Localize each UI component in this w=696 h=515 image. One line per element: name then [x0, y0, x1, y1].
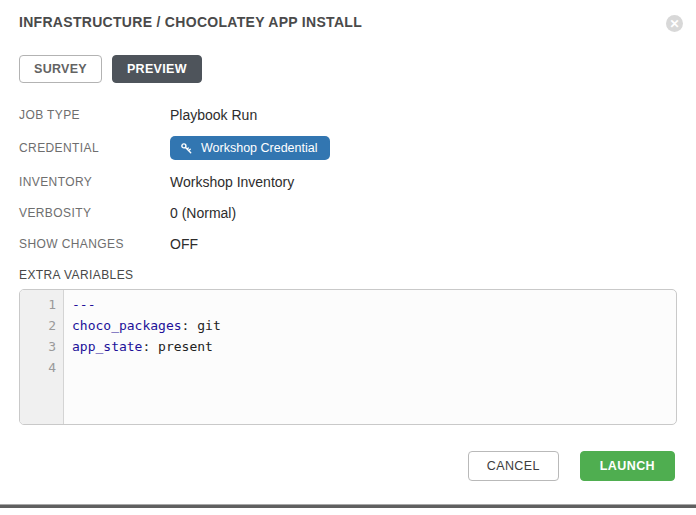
page-title: INFRASTRUCTURE / CHOCOLATEY APP INSTALL — [19, 14, 677, 31]
editor-line-number-gutter: 1 2 3 4 — [20, 290, 64, 424]
job-type-label: JOB TYPE — [19, 108, 170, 122]
detail-row-job-type: JOB TYPE Playbook Run — [19, 99, 677, 130]
show-changes-value: OFF — [170, 236, 198, 252]
tab-survey[interactable]: SURVEY — [19, 55, 102, 83]
code-line: choco_packages: git — [72, 315, 676, 336]
code-line: --- — [72, 294, 676, 315]
close-icon[interactable]: ✕ — [666, 15, 683, 32]
inventory-value: Workshop Inventory — [170, 174, 294, 190]
line-number: 4 — [20, 357, 56, 378]
line-number: 3 — [20, 336, 56, 357]
detail-row-credential: CREDENTIAL Workshop Credential — [19, 130, 677, 166]
detail-row-verbosity: VERBOSITY 0 (Normal) — [19, 197, 677, 228]
tab-bar: SURVEY PREVIEW — [19, 55, 677, 83]
editor-code-area[interactable]: --- choco_packages: git app_state: prese… — [64, 290, 676, 424]
modal-footer: CANCEL LAUNCH — [0, 451, 675, 481]
line-number: 1 — [20, 294, 56, 315]
key-icon — [180, 142, 193, 155]
launch-button[interactable]: LAUNCH — [580, 451, 675, 481]
job-type-value: Playbook Run — [170, 107, 257, 123]
window-bottom-edge — [0, 504, 696, 508]
tab-preview[interactable]: PREVIEW — [112, 55, 202, 83]
code-line — [72, 357, 676, 378]
verbosity-value: 0 (Normal) — [170, 205, 236, 221]
credential-badge[interactable]: Workshop Credential — [170, 136, 330, 160]
line-number: 2 — [20, 315, 56, 336]
detail-row-show-changes: SHOW CHANGES OFF — [19, 228, 677, 259]
extra-variables-editor[interactable]: 1 2 3 4 --- choco_packages: git app_stat… — [19, 289, 677, 425]
detail-row-inventory: INVENTORY Workshop Inventory — [19, 166, 677, 197]
close-glyph: ✕ — [669, 18, 679, 30]
show-changes-label: SHOW CHANGES — [19, 237, 170, 251]
job-launch-preview-modal: INFRASTRUCTURE / CHOCOLATEY APP INSTALL … — [0, 0, 696, 515]
credential-badge-label: Workshop Credential — [201, 141, 318, 155]
extra-variables-label: EXTRA VARIABLES — [19, 268, 677, 282]
cancel-button[interactable]: CANCEL — [468, 451, 559, 481]
credential-label: CREDENTIAL — [19, 141, 170, 155]
inventory-label: INVENTORY — [19, 175, 170, 189]
verbosity-label: VERBOSITY — [19, 206, 170, 220]
job-details: JOB TYPE Playbook Run CREDENTIAL Worksho… — [19, 99, 677, 259]
code-line: app_state: present — [72, 336, 676, 357]
modal-header: INFRASTRUCTURE / CHOCOLATEY APP INSTALL … — [0, 0, 696, 31]
